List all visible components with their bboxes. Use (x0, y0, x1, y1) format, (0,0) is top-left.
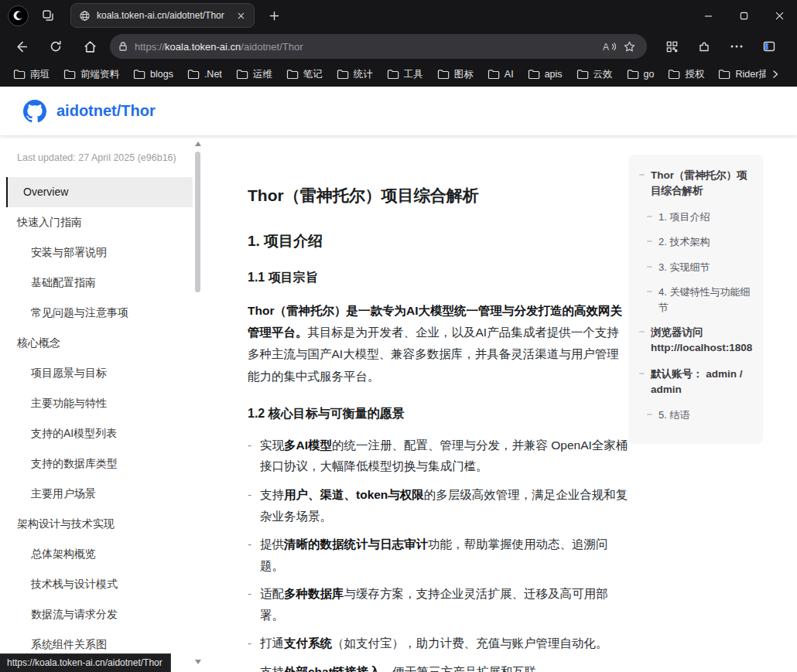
close-icon (238, 12, 245, 19)
toc-item[interactable]: 4. 关键特性与功能细节 (647, 285, 752, 315)
workspaces-glyph (41, 9, 55, 22)
refresh-button[interactable] (43, 34, 68, 59)
doc-title: Thor（雷神托尔）项目综合解析 (248, 135, 628, 206)
maximize-icon (740, 12, 748, 20)
folder-icon (718, 69, 730, 80)
plus-icon (269, 10, 280, 22)
back-button[interactable] (9, 34, 34, 59)
toc-item[interactable]: 默认账号： admin / admin (639, 367, 752, 398)
sidebar-nav-item[interactable]: 支持的AI模型列表 (6, 418, 193, 449)
sidebar-nav-item[interactable]: 主要用户场景 (6, 479, 193, 509)
goal-list-item: 提供清晰的数据统计与日志审计功能，帮助掌握使用动态、追溯问题。 (260, 534, 628, 576)
tab-close-button[interactable] (234, 9, 248, 22)
bookmark-label: 统计 (354, 68, 373, 81)
folder-icon (286, 69, 299, 80)
bookmark-folder[interactable]: AI (481, 67, 521, 82)
bookmark-folder[interactable]: 授权 (661, 66, 711, 84)
sidebar-nav-item[interactable]: 核心概念 (6, 328, 193, 358)
read-aloud-button[interactable]: A (599, 36, 619, 56)
bookmarks-overflow-button[interactable] (766, 65, 785, 84)
sidebar-nav-item[interactable]: 技术栈与设计模式 (6, 569, 193, 599)
sidebar-nav-item[interactable]: 主要功能与特性 (6, 388, 193, 418)
folder-icon (668, 69, 680, 80)
bookmarks-list: 南垣 前端资料 blogs .Net (6, 66, 766, 84)
sidebar-scrollbar[interactable] (193, 135, 204, 672)
minimize-icon (704, 12, 713, 20)
toc-item[interactable]: Thor（雷神托尔）项目综合解析 (639, 168, 752, 200)
sidebar-nav-item[interactable]: 架构设计与技术实现 (6, 509, 193, 539)
qr-code-button[interactable] (659, 34, 684, 59)
bookmark-folder[interactable]: blogs (126, 67, 180, 82)
bookmark-folder[interactable]: Rider插件 (711, 66, 766, 84)
sidebar-toggle-button[interactable] (757, 34, 782, 59)
bookmark-folder[interactable]: go (620, 67, 662, 82)
bookmark-folder[interactable]: apis (521, 67, 570, 82)
folder-icon (528, 69, 540, 80)
doc-content: Thor（雷神托尔）项目综合解析 1. 项目介绍 1.1 项目宗旨 Thor（雷… (248, 135, 628, 672)
sidebar-nav-item[interactable]: 常见问题与注意事项 (6, 298, 193, 328)
sidebar-nav-item[interactable]: 支持的数据库类型 (6, 449, 193, 479)
workspaces-icon[interactable] (36, 4, 60, 27)
tab-title: koala.token-ai.cn/aidotnet/Thor (97, 10, 227, 21)
sidebar-nav-item[interactable]: 总体架构概览 (6, 539, 193, 569)
close-window-button[interactable] (761, 0, 797, 31)
bookmark-label: .Net (204, 69, 222, 80)
bookmark-folder[interactable]: 工具 (380, 66, 430, 84)
site-header: aidotnet/Thor (0, 87, 797, 135)
folder-icon (236, 69, 248, 80)
logo-glyph (12, 10, 24, 22)
home-button[interactable] (77, 34, 102, 59)
intro-paragraph: Thor（雷神托尔）是一款专为AI大模型统一管理与分发打造的高效网关管理平台。其… (248, 300, 628, 387)
bookmark-folder[interactable]: 南垣 (6, 66, 56, 84)
browser-logo-avatar[interactable] (8, 5, 29, 26)
folder-icon (576, 69, 589, 80)
toc-item[interactable]: 5. 结语 (647, 408, 752, 423)
last-updated-text: Last updated: 27 April 2025 (e96b16) (0, 152, 193, 177)
toc-item[interactable]: 浏览器访问 http://localhost:1808 (639, 325, 752, 356)
bookmark-folder[interactable]: 图标 (430, 66, 481, 84)
bookmark-label: 授权 (685, 68, 704, 81)
read-aloud-icon: A (601, 40, 617, 53)
subsection-heading-purpose: 1.1 项目宗旨 (248, 270, 628, 286)
sidebar-nav-item[interactable]: 数据流与请求分发 (6, 599, 193, 629)
scrollbar-thumb[interactable] (195, 152, 200, 292)
close-icon (775, 12, 784, 20)
maximize-button[interactable] (726, 0, 761, 31)
bookmark-folder[interactable]: 云效 (570, 66, 620, 84)
back-arrow-icon (15, 39, 29, 54)
bookmark-folder[interactable]: 统计 (330, 66, 380, 84)
bookmark-label: 前端资料 (80, 68, 119, 81)
sidebar-nav-item[interactable]: Overview (6, 177, 193, 207)
folder-icon (627, 69, 639, 80)
sidebar-nav-item[interactable]: 安装与部署说明 (6, 237, 193, 268)
bookmark-label: 工具 (404, 68, 423, 81)
scroll-up-arrow-icon[interactable] (195, 142, 201, 146)
favorite-star-button[interactable] (619, 36, 639, 56)
toc-item[interactable]: 1. 项目介绍 (647, 210, 752, 225)
sidebar-nav-item[interactable]: 基础配置指南 (6, 268, 193, 298)
bookmark-folder[interactable]: 运维 (229, 66, 279, 84)
repo-title-link[interactable]: aidotnet/Thor (56, 102, 156, 120)
browser-tab[interactable]: koala.token-ai.cn/aidotnet/Thor (70, 3, 255, 28)
folder-icon (63, 69, 76, 80)
sidebar-nav-item[interactable]: 快速入门指南 (6, 207, 193, 237)
url-scheme: https:// (135, 41, 165, 53)
toc-item[interactable]: 2. 技术架构 (647, 234, 752, 250)
bookmark-folder[interactable]: 前端资料 (56, 66, 126, 84)
minimize-button[interactable] (690, 0, 726, 31)
folder-icon (133, 69, 145, 80)
toc-item[interactable]: 3. 实现细节 (647, 260, 752, 275)
toc-list: Thor（雷神托尔）项目综合解析1. 项目介绍2. 技术架构3. 实现细节4. … (639, 168, 752, 423)
extensions-button[interactable] (692, 34, 717, 59)
new-tab-button[interactable] (262, 4, 286, 27)
more-menu-button[interactable] (724, 34, 749, 59)
bookmark-folder[interactable]: .Net (180, 67, 229, 82)
lock-icon (118, 41, 128, 52)
home-icon (83, 39, 97, 54)
address-bar[interactable]: https://koala.token-ai.cn/aidotnet/Thor … (110, 34, 647, 59)
refresh-icon (49, 39, 63, 53)
scroll-down-arrow-icon[interactable] (195, 660, 201, 664)
sidebar-nav-item[interactable]: 项目愿景与目标 (6, 358, 193, 388)
github-icon[interactable] (23, 100, 46, 123)
bookmark-folder[interactable]: 笔记 (279, 66, 330, 84)
